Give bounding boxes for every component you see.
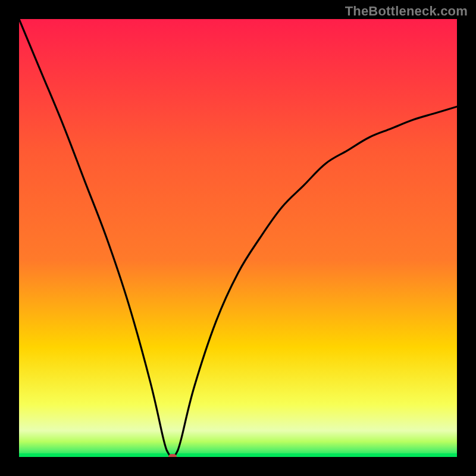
watermark-text: TheBottleneck.com: [345, 4, 468, 19]
bottleneck-curve: [19, 19, 457, 457]
minimum-marker-icon: [168, 454, 177, 457]
chart-frame: TheBottleneck.com: [0, 0, 476, 476]
plot-area: [19, 19, 457, 457]
